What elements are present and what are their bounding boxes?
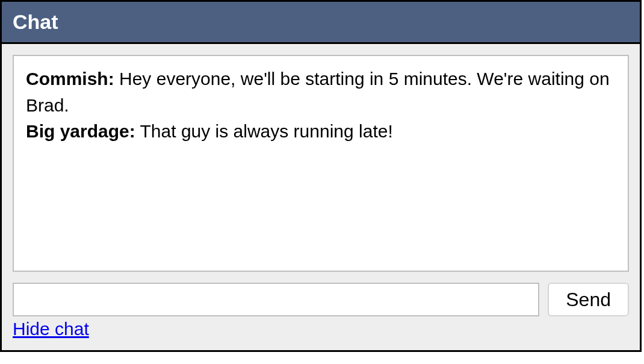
input-row: Send: [13, 283, 629, 316]
message-text: That guy is always running late!: [135, 121, 393, 141]
chat-body: Commish: Hey everyone, we'll be starting…: [2, 44, 640, 350]
hide-chat-link[interactable]: Hide chat: [13, 319, 89, 339]
chat-message: Commish: Hey everyone, we'll be starting…: [26, 66, 616, 118]
chat-panel: Chat Commish: Hey everyone, we'll be sta…: [0, 0, 642, 352]
chat-header: Chat: [2, 2, 640, 44]
chat-message: Big yardage: That guy is always running …: [26, 118, 616, 145]
message-author: Commish:: [26, 69, 114, 89]
messages-area[interactable]: Commish: Hey everyone, we'll be starting…: [13, 55, 629, 272]
chat-input[interactable]: [13, 283, 539, 316]
send-button[interactable]: Send: [548, 283, 629, 316]
message-author: Big yardage:: [26, 121, 135, 141]
chat-title: Chat: [13, 10, 58, 33]
